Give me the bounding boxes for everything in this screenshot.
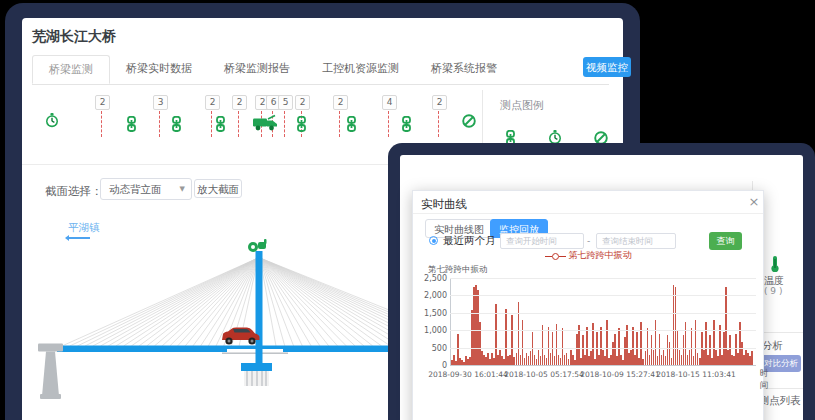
sensor-count-badge: 2 [333, 95, 348, 110]
deck-joint-line [222, 353, 288, 354]
main-tab-4[interactable]: 桥梁系统报警 [415, 55, 513, 84]
link-sensor-icon[interactable] [215, 116, 226, 136]
y-tick-label: 2,000 [415, 291, 447, 300]
sensor-dash-line [438, 111, 439, 137]
sensor-count-badge: 2 [95, 95, 110, 110]
section-select-label: 截面选择： [45, 184, 103, 199]
x-axis-title: 时间 [760, 368, 769, 392]
main-tab-0[interactable]: 桥梁监测 [32, 55, 110, 84]
temperature-count: ( 9 ) [764, 286, 782, 296]
tower-cap [241, 363, 272, 371]
x-tick-label: 2018-10-15 11:03:41 [648, 370, 744, 379]
gridline [450, 278, 756, 279]
y-tick-label: 1,500 [415, 309, 447, 318]
y-tick-label: 500 [415, 344, 447, 353]
sensor-dash-line [284, 111, 285, 137]
link-sensor-icon[interactable] [171, 116, 182, 136]
video-monitor-button[interactable]: 视频监控 [583, 57, 631, 77]
sensor-count-badge: 2 [432, 95, 447, 110]
chart-legend: 第七跨跨中振动 [413, 249, 763, 262]
main-tab-3[interactable]: 工控机资源监测 [306, 55, 415, 84]
chart-bar [751, 351, 753, 365]
chart-bars [451, 278, 756, 365]
truck-sensor-icon[interactable] [252, 114, 279, 135]
secondary-window-content: 测点图例 温度 ( 9 ) 对比分析 对比分析 监测点列表 实时曲线 × 实时曲… [400, 155, 803, 420]
sensor-dash-line [238, 111, 239, 137]
legend-panel-title: 测点图例 [500, 98, 544, 113]
sensor-count-badge: 2 [232, 95, 247, 110]
y-tick-label: 2,500 [415, 274, 447, 283]
gridline [450, 313, 756, 314]
realtime-curve-dialog: 实时曲线 × 实时曲线图 监控回放 最近两个月 - 查询 第七跨跨中振动 第七跨… [412, 190, 764, 420]
sensor-count-badge: 3 [153, 95, 168, 110]
ban-sensor-icon[interactable] [462, 113, 476, 132]
gridline [450, 348, 756, 349]
desktop: 芜湖长江大桥 桥梁监测桥梁实时数据桥梁监测报告工控机资源监测桥梁系统报警 视频监… [0, 0, 815, 420]
link-sensor-icon[interactable] [346, 116, 357, 136]
bridge-tower [256, 251, 263, 365]
end-time-input[interactable] [596, 233, 676, 249]
page-title: 芜湖长江大桥 [32, 28, 116, 46]
section-select-dropdown[interactable]: 动态背立面 ▼ [100, 178, 192, 200]
x-axis-line [450, 365, 756, 366]
gridline [450, 330, 756, 331]
camera-icon [248, 239, 267, 252]
section-select-value: 动态背立面 [109, 183, 162, 195]
sensor-count-badge: 5 [278, 95, 293, 110]
radio-last-two-months[interactable] [429, 236, 438, 245]
sensor-dash-line [339, 111, 340, 137]
main-tab-1[interactable]: 桥梁实时数据 [110, 55, 208, 84]
radio-label: 最近两个月 [443, 234, 496, 248]
sensor-count-badge: 2 [205, 95, 220, 110]
sensor-dash-line [388, 111, 389, 137]
clock-sensor-icon[interactable] [45, 113, 59, 132]
car [222, 328, 260, 345]
main-tabbar: 桥梁监测桥梁实时数据桥梁监测报告工控机资源监测桥梁系统报警 [32, 55, 609, 85]
y-tick-label: 1,000 [415, 326, 447, 335]
start-time-input[interactable] [500, 233, 584, 249]
chevron-down-icon: ▼ [180, 179, 185, 199]
sensor-dash-line [159, 111, 160, 137]
date-separator: - [587, 236, 590, 246]
sensor-count-badge: 2 [295, 95, 310, 110]
sensor-count-badge: 4 [382, 95, 397, 110]
tower-base-pier [244, 371, 269, 386]
sensor-dash-line [211, 111, 212, 137]
link-sensor-icon[interactable] [296, 116, 307, 136]
dialog-title: 实时曲线 [421, 197, 467, 212]
legend-label: 第七跨跨中振动 [569, 250, 632, 260]
sensor-dash-line [101, 111, 102, 137]
enlarge-section-button[interactable]: 放大截面 [194, 179, 242, 198]
link-sensor-icon[interactable] [401, 116, 412, 136]
gridline [450, 295, 756, 296]
close-icon[interactable]: × [747, 195, 761, 209]
legend-marker-icon [545, 251, 566, 261]
query-button[interactable]: 查询 [709, 232, 742, 250]
deck-joint [227, 349, 283, 353]
dialog-header-divider [413, 213, 763, 214]
link-sensor-icon[interactable] [126, 116, 137, 136]
secondary-window: 测点图例 温度 ( 9 ) 对比分析 对比分析 监测点列表 实时曲线 × 实时曲… [388, 143, 815, 420]
main-tab-2[interactable]: 桥梁监测报告 [208, 55, 306, 84]
y-tick-label: 0 [415, 361, 447, 370]
